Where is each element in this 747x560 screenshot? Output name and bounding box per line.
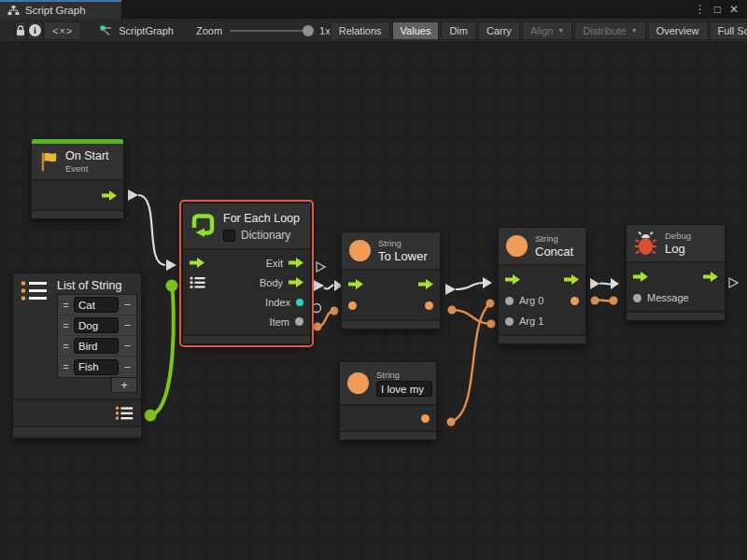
values-button[interactable]: Values [392, 21, 440, 40]
list-item-field[interactable] [74, 317, 119, 333]
node-title: To Lower [378, 249, 428, 263]
flow-in-port[interactable] [505, 274, 520, 285]
graph-canvas[interactable]: On Start Event List of String [0, 43, 747, 560]
string-in-port[interactable] [348, 301, 357, 310]
arg0-label: Arg 0 [519, 295, 543, 306]
node-category: String [378, 238, 428, 248]
flow-out-port[interactable] [703, 272, 718, 282]
node-category: Debug [665, 231, 691, 241]
align-dropdown[interactable]: Align ▼ [522, 21, 572, 40]
drag-handle[interactable]: = [61, 341, 71, 352]
message-in-port[interactable] [633, 294, 641, 302]
chevron-down-icon: ▼ [557, 27, 564, 34]
flow-out-port[interactable] [418, 279, 433, 289]
dictionary-checkbox[interactable] [223, 230, 235, 242]
flow-in-port[interactable] [190, 258, 204, 268]
flow-in-port[interactable] [633, 272, 648, 282]
flow-in-port[interactable] [348, 279, 363, 289]
item-out-port[interactable] [295, 317, 303, 326]
string-type-icon [506, 235, 528, 257]
dictionary-label: Dictionary [241, 229, 290, 242]
add-item-button[interactable]: + [111, 377, 137, 393]
node-list-of-string[interactable]: List of String = − = − = [12, 273, 142, 439]
wire-tolower-to-concat [445, 277, 492, 295]
inspect-button[interactable]: i [28, 21, 42, 40]
string-out-port[interactable] [421, 414, 430, 423]
dim-button[interactable]: Dim [441, 21, 476, 40]
tab-label: Script Graph [25, 5, 86, 16]
wire-body-to-tolower [314, 280, 343, 291]
remove-item-button[interactable]: − [121, 298, 134, 312]
wire-literal-to-arg0 [447, 300, 495, 427]
node-string-literal[interactable]: String [339, 361, 437, 441]
exit-port-label: Exit [266, 258, 283, 269]
zoom-label: Zoom [196, 25, 222, 36]
arg1-in-port[interactable] [505, 317, 514, 326]
node-footer [13, 426, 141, 435]
tab-script-graph[interactable]: Script Graph [0, 0, 121, 19]
overview-button[interactable]: Overview [648, 21, 708, 40]
drag-handle[interactable]: = [61, 320, 71, 331]
remove-item-button[interactable]: − [121, 360, 134, 374]
string-value-field[interactable] [376, 381, 432, 397]
remove-item-button[interactable]: − [121, 318, 134, 332]
string-type-icon [349, 240, 371, 261]
flow-out-port[interactable] [564, 274, 579, 285]
zoom-slider[interactable] [230, 30, 312, 32]
lock-button[interactable] [15, 21, 26, 40]
item-port-label: Item [270, 316, 289, 328]
chevron-down-icon: ▼ [631, 27, 638, 34]
node-debug-log[interactable]: Debug Log Message [626, 224, 726, 321]
fullscreen-button[interactable]: Full Screen [710, 21, 747, 40]
node-title: For Each Loop [223, 212, 300, 225]
flag-icon [39, 150, 58, 174]
remove-item-button[interactable]: − [121, 339, 134, 353]
window-menu-icon[interactable]: ⋮ [695, 4, 706, 15]
node-footer [32, 209, 123, 218]
list-icon [21, 280, 49, 302]
list-item-field[interactable] [74, 359, 119, 375]
drag-handle[interactable]: = [61, 300, 71, 311]
node-for-each-loop[interactable]: For Each Loop Dictionary Exit [182, 203, 311, 344]
body-flow-out-port[interactable] [289, 277, 303, 287]
graph-hierarchy-icon [7, 6, 20, 16]
list-item-field[interactable] [74, 338, 119, 354]
list-out-port[interactable] [115, 406, 134, 421]
relations-button[interactable]: Relations [331, 21, 390, 40]
node-category: String [535, 233, 573, 244]
node-concat[interactable]: String Concat Arg 0 Arg 1 [498, 227, 586, 344]
node-to-lower[interactable]: String To Lower [341, 231, 441, 329]
script-graph-icon [100, 25, 113, 36]
info-icon: i [29, 24, 41, 36]
zoom-value: 1x [319, 25, 331, 36]
distribute-dropdown[interactable]: Distribute ▼ [574, 21, 645, 40]
flow-out-port[interactable] [102, 190, 117, 201]
node-on-start[interactable]: On Start Event [31, 138, 124, 219]
node-footer [342, 319, 440, 329]
lock-icon [16, 25, 25, 36]
graph-breadcrumb[interactable]: ScriptGraph [100, 25, 174, 36]
list-item-row: = − [58, 336, 136, 357]
list-in-port[interactable] [190, 276, 206, 289]
graph-name: ScriptGraph [119, 25, 174, 36]
arg0-in-port[interactable] [505, 297, 514, 305]
toolbar-right-group: Relations Values Dim Carry Align ▼ Distr… [331, 21, 747, 40]
zoom-slider-knob[interactable] [303, 25, 314, 36]
list-item-row: = − [58, 357, 136, 377]
carry-button[interactable]: Carry [478, 21, 520, 40]
maximize-icon[interactable]: □ [714, 4, 721, 15]
string-type-icon [347, 372, 369, 394]
code-icon: <×> [52, 25, 73, 36]
string-out-port[interactable] [425, 301, 433, 310]
index-out-port[interactable] [296, 299, 303, 306]
distribute-label: Distribute [583, 25, 626, 36]
close-icon[interactable]: ✕ [729, 4, 739, 15]
exit-unconnected-marker [317, 262, 325, 272]
drag-handle[interactable]: = [61, 361, 71, 372]
code-view-button[interactable]: <×> [44, 21, 81, 40]
list-editor: = − = − = − = [57, 294, 137, 378]
exit-flow-out-port[interactable] [289, 258, 303, 268]
list-item-field[interactable] [74, 297, 119, 313]
string-out-port[interactable] [571, 297, 579, 305]
list-item-row: = − [58, 315, 136, 336]
